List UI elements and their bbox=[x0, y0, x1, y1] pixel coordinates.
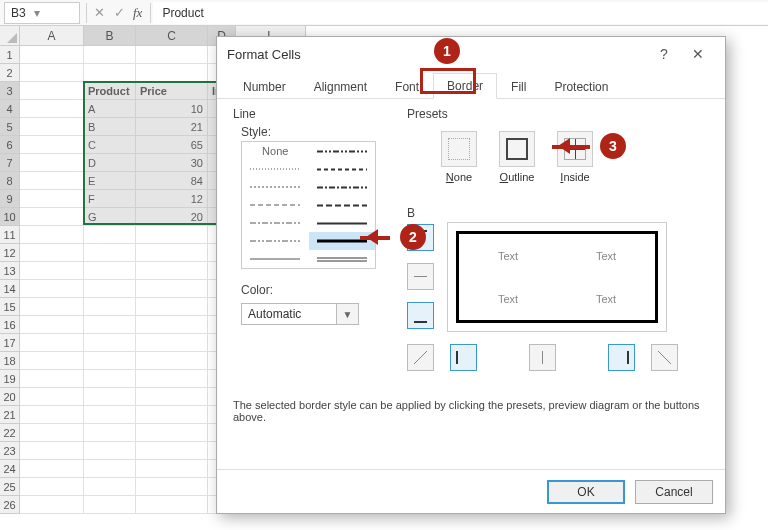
cell[interactable] bbox=[84, 352, 136, 370]
cell[interactable] bbox=[136, 334, 208, 352]
close-icon[interactable]: ✕ bbox=[681, 46, 715, 62]
cell[interactable] bbox=[136, 478, 208, 496]
cell[interactable] bbox=[84, 406, 136, 424]
tab-protection[interactable]: Protection bbox=[540, 74, 622, 99]
cell[interactable] bbox=[20, 406, 84, 424]
cell[interactable] bbox=[20, 154, 84, 172]
cell[interactable] bbox=[20, 334, 84, 352]
cell[interactable] bbox=[136, 244, 208, 262]
row-header-22[interactable]: 22 bbox=[0, 424, 20, 442]
cell[interactable] bbox=[20, 46, 84, 64]
cell[interactable] bbox=[136, 226, 208, 244]
cell[interactable] bbox=[136, 388, 208, 406]
row-header-17[interactable]: 17 bbox=[0, 334, 20, 352]
cell[interactable] bbox=[20, 64, 84, 82]
row-header-18[interactable]: 18 bbox=[0, 352, 20, 370]
color-combo-drop[interactable]: ▼ bbox=[337, 303, 359, 325]
cell[interactable] bbox=[84, 244, 136, 262]
color-combo[interactable]: Automatic bbox=[241, 303, 337, 325]
cell[interactable] bbox=[136, 262, 208, 280]
cell[interactable] bbox=[84, 226, 136, 244]
formula-bar[interactable]: Product bbox=[153, 2, 768, 24]
row-header-3[interactable]: 3 bbox=[0, 82, 20, 100]
row-header-15[interactable]: 15 bbox=[0, 298, 20, 316]
preset-inside-button[interactable] bbox=[557, 131, 593, 167]
cell[interactable] bbox=[84, 478, 136, 496]
cell[interactable] bbox=[20, 460, 84, 478]
row-header-8[interactable]: 8 bbox=[0, 172, 20, 190]
row-header-20[interactable]: 20 bbox=[0, 388, 20, 406]
cell[interactable] bbox=[136, 64, 208, 82]
cell[interactable] bbox=[136, 406, 208, 424]
line-style-dotted[interactable] bbox=[242, 178, 309, 196]
cell[interactable] bbox=[20, 298, 84, 316]
cell[interactable] bbox=[136, 460, 208, 478]
cell[interactable] bbox=[84, 424, 136, 442]
line-style-med-dashed[interactable] bbox=[309, 196, 376, 214]
border-right-button[interactable] bbox=[608, 344, 635, 371]
row-header-16[interactable]: 16 bbox=[0, 316, 20, 334]
cell[interactable] bbox=[20, 478, 84, 496]
line-style-thick[interactable] bbox=[309, 232, 376, 250]
line-style-hair[interactable] bbox=[242, 160, 309, 178]
cell[interactable] bbox=[84, 460, 136, 478]
cell[interactable] bbox=[20, 316, 84, 334]
border-diag-up-button[interactable] bbox=[407, 344, 434, 371]
row-header-10[interactable]: 10 bbox=[0, 208, 20, 226]
ok-button[interactable]: OK bbox=[547, 480, 625, 504]
cell[interactable] bbox=[84, 334, 136, 352]
cell[interactable] bbox=[84, 496, 136, 514]
row-header-24[interactable]: 24 bbox=[0, 460, 20, 478]
preset-none-button[interactable] bbox=[441, 131, 477, 167]
cell[interactable] bbox=[84, 64, 136, 82]
column-header-B[interactable]: B bbox=[84, 26, 136, 46]
cell[interactable] bbox=[20, 226, 84, 244]
row-header-4[interactable]: 4 bbox=[0, 100, 20, 118]
cell[interactable] bbox=[20, 424, 84, 442]
border-preview[interactable]: Text Text Text Text bbox=[447, 222, 667, 332]
line-style-med-dashdotdot[interactable] bbox=[309, 142, 376, 160]
cell[interactable] bbox=[84, 46, 136, 64]
line-style-dashed[interactable] bbox=[242, 196, 309, 214]
border-left-button[interactable] bbox=[450, 344, 477, 371]
row-header-13[interactable]: 13 bbox=[0, 262, 20, 280]
preset-outline-button[interactable] bbox=[499, 131, 535, 167]
tab-border[interactable]: Border bbox=[433, 73, 497, 99]
chevron-down-icon[interactable]: ▾ bbox=[26, 6, 40, 20]
cell[interactable] bbox=[136, 46, 208, 64]
cell[interactable] bbox=[136, 316, 208, 334]
row-header-1[interactable]: 1 bbox=[0, 46, 20, 64]
row-header-19[interactable]: 19 bbox=[0, 370, 20, 388]
line-style-picker[interactable]: None bbox=[241, 141, 376, 269]
border-top-button[interactable] bbox=[407, 224, 434, 251]
cell[interactable] bbox=[136, 442, 208, 460]
cell[interactable] bbox=[136, 280, 208, 298]
cell[interactable] bbox=[20, 352, 84, 370]
cell[interactable] bbox=[20, 82, 84, 100]
line-style-dashdotdot[interactable] bbox=[242, 232, 309, 250]
cell[interactable] bbox=[84, 280, 136, 298]
line-style-none[interactable]: None bbox=[242, 142, 309, 160]
border-diag-down-button[interactable] bbox=[651, 344, 678, 371]
row-header-26[interactable]: 26 bbox=[0, 496, 20, 514]
cell[interactable] bbox=[20, 262, 84, 280]
row-header-23[interactable]: 23 bbox=[0, 442, 20, 460]
fx-icon[interactable]: fx bbox=[133, 5, 142, 21]
cell[interactable] bbox=[20, 388, 84, 406]
border-middle-h-button[interactable] bbox=[407, 263, 434, 290]
tab-alignment[interactable]: Alignment bbox=[300, 74, 381, 99]
row-header-11[interactable]: 11 bbox=[0, 226, 20, 244]
column-header-A[interactable]: A bbox=[20, 26, 84, 46]
line-style-dashdot[interactable] bbox=[242, 214, 309, 232]
row-header-14[interactable]: 14 bbox=[0, 280, 20, 298]
line-style-double[interactable] bbox=[309, 250, 376, 268]
border-bottom-button[interactable] bbox=[407, 302, 434, 329]
cancel-button[interactable]: Cancel bbox=[635, 480, 713, 504]
cell[interactable] bbox=[136, 370, 208, 388]
row-header-21[interactable]: 21 bbox=[0, 406, 20, 424]
help-button[interactable]: ? bbox=[647, 46, 681, 62]
cell[interactable] bbox=[136, 298, 208, 316]
cell[interactable] bbox=[136, 352, 208, 370]
line-style-thin[interactable] bbox=[242, 250, 309, 268]
tab-font[interactable]: Font bbox=[381, 74, 433, 99]
